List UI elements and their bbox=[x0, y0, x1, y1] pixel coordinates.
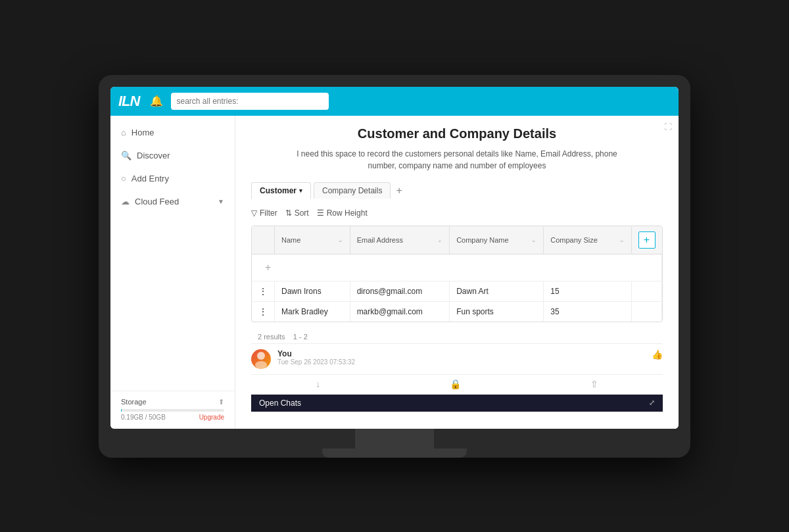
sort-label: Sort bbox=[295, 208, 309, 218]
screen: ILN 🔔 ⌂ Home 🔍 Discover ○ Add Entry bbox=[110, 87, 679, 429]
main-layout: ⌂ Home 🔍 Discover ○ Add Entry ☁ Cloud Fe… bbox=[110, 116, 679, 429]
monitor-stand-base bbox=[322, 448, 467, 458]
content-area: ⛶ Customer and Company Details I need th… bbox=[235, 116, 679, 429]
sidebar-item-home[interactable]: ⌂ Home bbox=[110, 121, 235, 144]
th-name-label: Name bbox=[281, 236, 300, 244]
page-title: Customer and Company Details bbox=[251, 126, 663, 141]
table-add-row: + bbox=[252, 254, 662, 281]
cell-name-1: Mark Bradley bbox=[275, 301, 350, 322]
th-company-size[interactable]: Company Size ⌄ bbox=[544, 226, 631, 254]
comment-info: You Tue Sep 26 2023 07:53:32 bbox=[277, 349, 355, 366]
bottom-bar: ↓ 🔒 ⇧ bbox=[251, 374, 663, 393]
home-icon: ⌂ bbox=[121, 128, 126, 137]
open-chats-label: Open Chats bbox=[259, 399, 301, 408]
comment-timestamp: Tue Sep 26 2023 07:53:32 bbox=[277, 358, 355, 366]
share-icon[interactable]: ⇧ bbox=[590, 379, 598, 389]
add-entry-icon: ○ bbox=[121, 174, 126, 183]
row-height-icon: ☰ bbox=[317, 208, 324, 218]
add-tab-button[interactable]: + bbox=[393, 185, 404, 197]
monitor: ILN 🔔 ⌂ Home 🔍 Discover ○ Add Entry bbox=[99, 75, 690, 458]
sort-button[interactable]: ⇅ Sort bbox=[285, 208, 309, 218]
sidebar-item-discover[interactable]: 🔍 Discover bbox=[110, 144, 235, 167]
cell-extra-0 bbox=[631, 281, 662, 301]
sidebar-label-cloud-feed: Cloud Feed bbox=[135, 197, 179, 206]
sidebar-label-discover: Discover bbox=[137, 151, 170, 160]
cell-extra-1 bbox=[631, 301, 662, 322]
filter-icon: ▽ bbox=[251, 208, 257, 218]
sidebar-label-home: Home bbox=[132, 128, 155, 137]
storage-info: 0.19GB / 50GB Upgrade bbox=[121, 414, 224, 421]
row-menu-0[interactable]: ⋮ bbox=[252, 281, 275, 301]
tabs-row: Customer ▾ Company Details + bbox=[251, 182, 663, 199]
tab-chevron-icon: ▾ bbox=[299, 187, 302, 194]
filter-label: Filter bbox=[260, 208, 277, 218]
th-company-size-label: Company Size bbox=[550, 236, 598, 244]
tab-company-details[interactable]: Company Details bbox=[314, 182, 391, 199]
th-name[interactable]: Name ⌄ bbox=[275, 226, 350, 254]
cell-email-0: dirons@gmail.com bbox=[350, 281, 450, 301]
cell-size-1: 35 bbox=[544, 301, 631, 322]
storage-bar bbox=[121, 409, 224, 412]
like-icon[interactable]: 👍 bbox=[652, 349, 663, 360]
th-company-name[interactable]: Company Name ⌄ bbox=[450, 226, 544, 254]
sidebar-label-add-entry: Add Entry bbox=[132, 174, 169, 183]
storage-used: 0.19GB / 50GB bbox=[121, 414, 166, 421]
topbar: ILN 🔔 bbox=[110, 87, 679, 116]
tab-company-label: Company Details bbox=[322, 186, 382, 195]
svg-point-0 bbox=[257, 352, 265, 360]
comment-user: You bbox=[277, 349, 355, 358]
filter-button[interactable]: ▽ Filter bbox=[251, 208, 277, 218]
sidebar: ⌂ Home 🔍 Discover ○ Add Entry ☁ Cloud Fe… bbox=[110, 116, 235, 429]
download-icon[interactable]: ↓ bbox=[316, 379, 320, 389]
toolbar: ▽ Filter ⇅ Sort ☰ Row Height bbox=[251, 205, 663, 222]
discover-icon: 🔍 bbox=[121, 151, 132, 160]
bell-icon[interactable]: 🔔 bbox=[150, 95, 163, 107]
th-company-name-label: Company Name bbox=[456, 236, 508, 244]
th-email-label: Email Address bbox=[357, 236, 403, 244]
sidebar-item-add-entry[interactable]: ○ Add Entry bbox=[110, 167, 235, 190]
lock-icon[interactable]: 🔒 bbox=[450, 379, 461, 389]
tab-customer[interactable]: Customer ▾ bbox=[251, 182, 311, 199]
th-name-sort-icon: ⌄ bbox=[338, 237, 343, 243]
cell-company-1: Fun sports bbox=[450, 301, 544, 322]
chevron-down-icon: ▼ bbox=[218, 198, 224, 205]
sort-icon: ⇅ bbox=[285, 208, 292, 218]
th-company-name-sort-icon: ⌄ bbox=[531, 237, 537, 243]
monitor-stand-neck bbox=[355, 429, 434, 448]
upload-icon: ⬆ bbox=[218, 398, 224, 406]
svg-point-1 bbox=[255, 361, 267, 369]
search-input[interactable] bbox=[171, 93, 329, 110]
data-table-container: Name ⌄ Email Address ⌄ bbox=[251, 226, 663, 322]
th-add-col[interactable]: + bbox=[631, 226, 662, 254]
table-row: ⋮ Dawn Irons dirons@gmail.com Dawn Art 1… bbox=[252, 281, 662, 301]
th-email[interactable]: Email Address ⌄ bbox=[350, 226, 450, 254]
th-row-menu bbox=[252, 226, 275, 254]
upgrade-link[interactable]: Upgrade bbox=[199, 414, 224, 421]
row-height-button[interactable]: ☰ Row Height bbox=[317, 208, 368, 218]
comment-section: You Tue Sep 26 2023 07:53:32 👍 bbox=[251, 343, 663, 374]
avatar bbox=[251, 349, 271, 369]
th-email-sort-icon: ⌄ bbox=[437, 237, 442, 243]
row-menu-1[interactable]: ⋮ bbox=[252, 301, 275, 322]
results-count: 2 results bbox=[258, 333, 285, 341]
cloud-icon: ☁ bbox=[121, 197, 130, 206]
page-description: I need this space to record the customer… bbox=[286, 148, 628, 172]
open-chats-expand-icon[interactable]: ⤢ bbox=[649, 399, 655, 407]
storage-bar-fill bbox=[121, 409, 122, 412]
add-row-button[interactable]: + bbox=[258, 259, 277, 276]
data-table: Name ⌄ Email Address ⌄ bbox=[252, 226, 662, 322]
storage-label-text: Storage bbox=[121, 398, 147, 406]
add-column-button[interactable]: + bbox=[638, 231, 656, 249]
cell-email-1: markb@gmail.com bbox=[350, 301, 450, 322]
table-header-row: Name ⌄ Email Address ⌄ bbox=[252, 226, 662, 254]
cell-size-0: 15 bbox=[544, 281, 631, 301]
th-company-size-sort-icon: ⌄ bbox=[619, 237, 625, 243]
cell-name-0: Dawn Irons bbox=[275, 281, 350, 301]
expand-icon[interactable]: ⛶ bbox=[664, 122, 672, 132]
sidebar-item-cloud-feed[interactable]: ☁ Cloud Feed ▼ bbox=[110, 190, 235, 213]
results-info: 2 results 1 - 2 bbox=[251, 330, 663, 343]
logo: ILN bbox=[118, 93, 139, 110]
row-height-label: Row Height bbox=[327, 208, 368, 218]
storage-section: Storage ⬆ 0.19GB / 50GB Upgrade bbox=[110, 391, 235, 429]
table-row: ⋮ Mark Bradley markb@gmail.com Fun sport… bbox=[252, 301, 662, 322]
